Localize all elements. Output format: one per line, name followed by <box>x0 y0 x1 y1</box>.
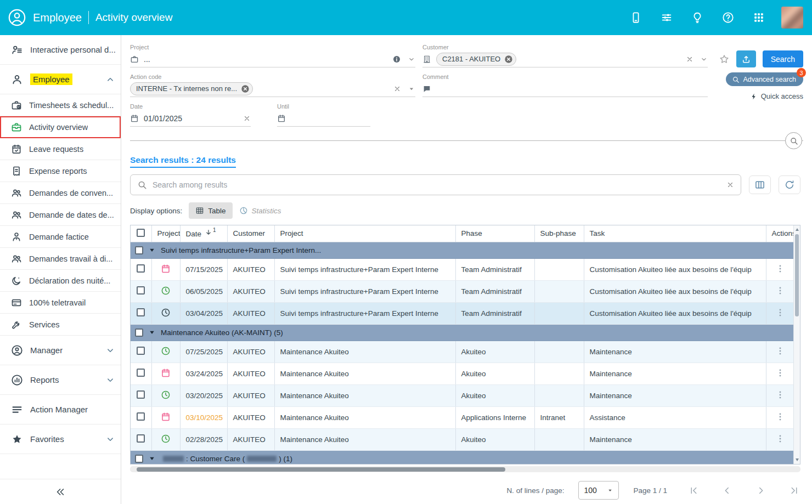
help-button[interactable] <box>722 12 734 24</box>
sidebar-item-manager[interactable]: Manager <box>0 336 121 365</box>
select-all-checkbox[interactable] <box>137 229 145 237</box>
column-header-actions[interactable]: Actions <box>766 225 794 242</box>
info-icon[interactable] <box>392 55 401 64</box>
row-actions-button[interactable] <box>775 346 785 356</box>
close-circle-icon[interactable] <box>241 84 250 93</box>
scroll-up-arrow[interactable] <box>796 228 799 231</box>
vertical-scrollbar-thumb[interactable] <box>795 234 799 316</box>
column-header-customer[interactable]: Customer <box>227 225 274 242</box>
triangle-down-icon[interactable] <box>149 455 155 462</box>
row-checkbox[interactable] <box>137 390 145 399</box>
table-row[interactable]: 03/24/2025AKUITEOMaintenance AkuiteoAkui… <box>131 363 794 384</box>
load-search-button[interactable] <box>736 50 756 67</box>
caret-down-icon[interactable] <box>408 85 415 93</box>
column-header-phase[interactable]: Phase <box>455 225 534 242</box>
row-checkbox[interactable] <box>137 286 145 295</box>
sidebar-item-demandes-travail[interactable]: Demandes travail à di... <box>0 248 121 270</box>
advanced-search-button[interactable]: Advanced search <box>726 72 803 86</box>
chevron-down-icon[interactable] <box>408 55 415 63</box>
comment-field[interactable]: Comment <box>422 73 708 97</box>
close-icon[interactable] <box>243 115 251 122</box>
column-settings-button[interactable] <box>749 175 771 194</box>
date-field[interactable]: Date 01/01/2025 <box>130 103 251 127</box>
triangle-down-icon[interactable] <box>149 247 155 253</box>
table-row[interactable]: 07/15/2025AKUITEOSuivi temps infrastruct… <box>131 258 794 280</box>
apps-button[interactable] <box>753 12 765 24</box>
table-row[interactable]: 07/25/2025AKUITEOMaintenance AkuiteoAkui… <box>131 341 794 363</box>
row-checkbox[interactable] <box>137 264 145 273</box>
avatar[interactable] <box>781 7 803 29</box>
calendar-icon[interactable] <box>277 114 286 123</box>
last-page-button[interactable] <box>790 486 799 495</box>
group-checkbox[interactable] <box>135 329 143 337</box>
chevron-down-icon[interactable] <box>700 55 708 63</box>
triangle-down-icon[interactable] <box>149 329 155 336</box>
group-checkbox[interactable] <box>135 455 143 463</box>
vertical-scrollbar[interactable] <box>793 225 800 464</box>
magnify-results-button[interactable] <box>785 132 802 149</box>
sidebar-item-teletravail-100[interactable]: 100% teletravail <box>0 292 121 314</box>
row-actions-button[interactable] <box>775 412 785 422</box>
next-page-button[interactable] <box>756 486 765 495</box>
column-header-task[interactable]: Task <box>584 225 766 242</box>
table-row[interactable]: 03/10/2025AKUITEOMaintenance AkuiteoAppl… <box>131 406 794 428</box>
lightbulb-button[interactable] <box>691 12 703 24</box>
table-row[interactable]: 06/05/2025AKUITEOSuivi temps infrastruct… <box>131 280 794 302</box>
scroll-down-arrow[interactable] <box>796 458 799 461</box>
view-statistics-button[interactable]: Statistics <box>239 206 281 215</box>
horizontal-scrollbar[interactable] <box>130 466 800 472</box>
close-icon[interactable] <box>686 55 693 63</box>
calendar-icon[interactable] <box>130 114 139 123</box>
sidebar-item-interactive-personal-dashboard[interactable]: Interactive personal d... <box>0 35 121 65</box>
group-checkbox[interactable] <box>135 246 143 254</box>
row-actions-button[interactable] <box>775 390 785 400</box>
row-checkbox[interactable] <box>137 308 145 316</box>
table-row[interactable]: 03/20/2025AKUITEOMaintenance AkuiteoAkui… <box>131 384 794 406</box>
previous-page-button[interactable] <box>723 486 732 495</box>
row-actions-button[interactable] <box>775 308 785 318</box>
column-header-date[interactable]: Date1 <box>180 225 227 242</box>
sidebar-item-demande-factice[interactable]: Demande factice <box>0 226 121 248</box>
results-search-input[interactable] <box>153 180 721 189</box>
horizontal-scrollbar-thumb[interactable] <box>137 467 505 472</box>
favorite-search-button[interactable] <box>719 54 730 65</box>
table-row[interactable]: 03/04/2025AKUITEOSuivi temps infrastruct… <box>131 302 794 324</box>
table-group-row[interactable]: Suivi temps infrastructure+Param Expert … <box>131 242 794 258</box>
close-icon[interactable] <box>726 181 734 189</box>
project-field[interactable]: Project ... <box>130 44 415 67</box>
quick-access-button[interactable]: Quick access <box>750 92 803 100</box>
sidebar-collapse-button[interactable] <box>0 479 121 504</box>
lines-per-page-select[interactable]: 100 <box>578 481 619 500</box>
row-checkbox[interactable] <box>137 347 145 355</box>
column-header-project[interactable]: Project <box>151 225 180 242</box>
sidebar-item-favorites[interactable]: Favorites <box>0 424 121 454</box>
sliders-button[interactable] <box>661 12 673 24</box>
row-actions-button[interactable] <box>775 286 785 296</box>
row-checkbox[interactable] <box>137 412 145 421</box>
sidebar-item-leave-requests[interactable]: Leave requests <box>0 138 121 160</box>
row-actions-button[interactable] <box>775 368 785 378</box>
search-button[interactable]: Search <box>763 50 803 67</box>
row-checkbox[interactable] <box>137 434 145 443</box>
sidebar-item-expense-reports[interactable]: Expense reports <box>0 160 121 182</box>
sidebar-item-reports[interactable]: Reports <box>0 365 121 395</box>
table-group-row[interactable]: Maintenance Akuiteo (AK-MAINT) (5) <box>131 324 794 341</box>
mobile-button[interactable] <box>630 12 642 24</box>
first-page-button[interactable] <box>689 486 698 495</box>
sidebar-item-action-manager[interactable]: Action Manager <box>0 395 121 424</box>
row-actions-button[interactable] <box>775 264 785 274</box>
refresh-button[interactable] <box>779 175 800 194</box>
until-field[interactable]: Until <box>277 103 370 127</box>
row-actions-button[interactable] <box>775 434 785 444</box>
column-header-sub-phase[interactable]: Sub-phase <box>534 225 584 242</box>
action-code-field[interactable]: Action code INTERNE - Tx internes non re… <box>130 73 415 97</box>
sidebar-item-demande-de-dates[interactable]: Demande de dates de... <box>0 204 121 226</box>
row-checkbox[interactable] <box>137 369 145 377</box>
sidebar-item-declaration-des-nuitees[interactable]: Déclaration des nuité... <box>0 270 121 292</box>
sidebar-item-activity-overview[interactable]: Activity overview <box>0 116 121 138</box>
view-table-button[interactable]: Table <box>189 202 232 219</box>
sidebar-item-services[interactable]: Services <box>0 314 121 336</box>
close-icon[interactable] <box>393 85 401 93</box>
close-circle-icon[interactable] <box>504 55 513 64</box>
sidebar-item-employee[interactable]: Employee <box>0 65 121 94</box>
